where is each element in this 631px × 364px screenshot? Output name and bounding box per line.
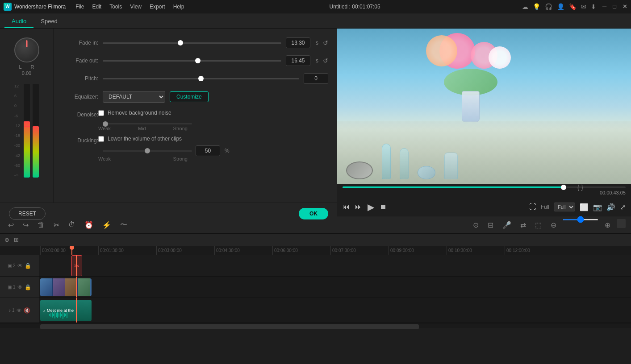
frame-back-button[interactable]: ⏭ — [355, 203, 362, 211]
ok-button[interactable]: OK — [299, 208, 328, 219]
h-scrollbar[interactable] — [0, 323, 631, 328]
menu-bar: File Edit Tools View Export Help — [72, 2, 188, 12]
bookmark-icon[interactable]: 🔖 — [569, 3, 577, 10]
track-a1-hide[interactable]: 👁 — [17, 307, 22, 314]
redo-button[interactable]: ↪ — [20, 219, 31, 231]
close-button[interactable]: ✕ — [623, 3, 627, 10]
history-button[interactable]: ⏱ — [66, 219, 78, 231]
fade-out-value[interactable]: 16.45 — [286, 55, 310, 66]
tabs-row: Audio Speed — [0, 13, 631, 29]
bulb-icon[interactable]: 💡 — [533, 3, 540, 10]
menu-view[interactable]: View — [126, 2, 145, 12]
person-icon[interactable]: 👤 — [557, 3, 564, 10]
pip-button[interactable]: ⤢ — [620, 203, 626, 211]
progress-thumb[interactable] — [561, 185, 566, 190]
customize-button[interactable]: Customize — [170, 91, 209, 102]
stop-button[interactable]: ⏹ — [380, 203, 387, 211]
screen-size-button[interactable]: ⬜ — [580, 203, 589, 211]
clip-thumb-1 — [40, 278, 53, 296]
tab-audio[interactable]: Audio — [4, 15, 33, 28]
meter-peak-left — [24, 126, 30, 127]
fade-in-slider-container — [103, 42, 281, 44]
audio-button[interactable]: 〜 — [117, 219, 130, 232]
tab-speed[interactable]: Speed — [33, 15, 65, 28]
pitch-value[interactable]: 0 — [304, 73, 328, 84]
ripple-button[interactable]: ⊙ — [470, 219, 481, 231]
track-v2-content[interactable]: ✂ — [39, 255, 631, 276]
track-v1-content[interactable] — [39, 277, 631, 298]
volume-button[interactable]: 🔊 — [606, 203, 615, 211]
fade-out-slider[interactable] — [103, 60, 281, 62]
denoise-strong: Strong — [173, 126, 188, 131]
headset-icon[interactable]: 🎧 — [545, 3, 552, 10]
scrollbar-thumb[interactable] — [40, 324, 419, 329]
screenshot-button[interactable]: 📷 — [593, 203, 602, 211]
cloud-icon[interactable]: ☁ — [522, 3, 528, 10]
quality-select[interactable]: Full 1/2 1/4 — [554, 203, 575, 211]
transition-button[interactable]: ⇄ — [518, 219, 529, 231]
track-a1: ♪ 1 👁 🔇 ♪ Meet me at the — [0, 298, 631, 323]
zoom-slider[interactable] — [563, 219, 598, 220]
track-a1-label: ♪ 1 — [8, 308, 14, 313]
menu-file[interactable]: File — [72, 2, 88, 12]
ducking-text: Lower the volume of other clips — [108, 136, 182, 142]
maximize-button[interactable]: □ — [613, 3, 616, 10]
fade-in-value[interactable]: 13.30 — [286, 37, 310, 48]
denoise-label: Denoise: — [63, 112, 98, 118]
meter-label-n6: -6 — [14, 114, 20, 118]
track-a1-content[interactable]: ♪ Meet me at the — [39, 298, 631, 323]
reset-button[interactable]: RESET — [9, 207, 46, 220]
meter-label-n12: -12 — [14, 124, 20, 128]
adjust-button[interactable]: ⚡ — [100, 219, 114, 231]
menu-export[interactable]: Export — [146, 2, 169, 12]
progress-bar[interactable]: { } — [343, 186, 626, 188]
play-button[interactable]: ▶ — [368, 202, 374, 212]
add-track-icon[interactable]: ⊕ — [4, 236, 9, 243]
ducking-weak: Weak — [98, 156, 111, 161]
view-toggle[interactable] — [617, 219, 626, 228]
volume-knob[interactable] — [14, 37, 39, 62]
email-icon[interactable]: ✉ — [581, 3, 586, 10]
fade-in-reset[interactable]: ↺ — [323, 39, 328, 46]
track-v2-label: ▣ 2 — [8, 263, 15, 268]
caption-button[interactable]: ⬚ — [532, 219, 544, 231]
clock-button[interactable]: ⏰ — [82, 219, 96, 231]
marker-out[interactable]: } — [581, 184, 583, 191]
menu-tools[interactable]: Tools — [106, 2, 125, 12]
ducking-checkbox[interactable] — [98, 136, 104, 142]
track-v1-lock[interactable]: 🔒 — [25, 284, 31, 290]
track-v2-hide[interactable]: 👁 — [17, 263, 23, 269]
pitch-slider[interactable] — [103, 78, 299, 79]
delete-button[interactable]: 🗑 — [35, 219, 47, 231]
crop-button[interactable]: ⊟ — [485, 219, 496, 231]
track-a1-mute[interactable]: 🔇 — [24, 307, 30, 314]
meter-bar-right — [33, 84, 39, 178]
step-back-button[interactable]: ⏮ — [343, 203, 350, 211]
denoise-strength-container — [103, 120, 328, 126]
fade-in-slider[interactable] — [103, 42, 281, 44]
undo-button[interactable]: ↩ — [5, 219, 17, 231]
minimize-button[interactable]: ─ — [602, 3, 606, 10]
mic-button[interactable]: 🎤 — [500, 219, 514, 231]
progress-fill — [343, 186, 564, 188]
zoom-out-icon[interactable]: ⊖ — [548, 219, 559, 231]
cut-button[interactable]: ✂ — [51, 219, 62, 231]
marker-in[interactable]: { — [577, 184, 580, 191]
fade-in-unit: s — [316, 40, 318, 46]
fade-out-reset[interactable]: ↺ — [323, 57, 328, 64]
menu-edit[interactable]: Edit — [89, 2, 105, 12]
equalizer-select[interactable]: DEFAULT CUSTOM FLAT — [103, 91, 165, 103]
clip-thumb-4 — [78, 278, 90, 296]
fullscreen-button[interactable]: ⛶ — [529, 203, 536, 211]
menu-help[interactable]: Help — [170, 2, 188, 12]
zoom-in-icon[interactable]: ⊕ — [602, 219, 613, 231]
ruler-playhead — [71, 246, 72, 255]
track-v2-lock[interactable]: 🔒 — [25, 263, 31, 269]
audio-clip-a1[interactable]: ♪ Meet me at the — [40, 300, 92, 321]
magnet-icon[interactable]: ⊞ — [14, 236, 19, 243]
denoise-checkbox[interactable] — [98, 110, 104, 116]
track-v1-hide[interactable]: 👁 — [17, 284, 23, 290]
video-clip-v1[interactable] — [40, 278, 92, 296]
download-icon[interactable]: ⬇ — [591, 3, 596, 10]
meter-bar-left — [24, 84, 30, 178]
